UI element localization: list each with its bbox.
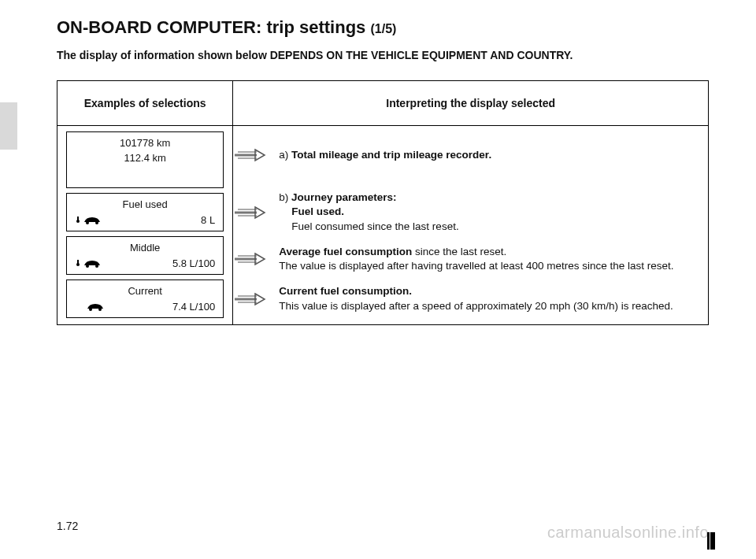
car-icon	[75, 300, 109, 313]
pump-car-icon	[75, 213, 106, 226]
title-main: ON-BOARD COMPUTER: trip settings	[57, 17, 370, 37]
display-avg-consumption: Middle 5.8 L/100	[66, 236, 224, 275]
pump-car-icon	[75, 257, 106, 269]
desc-rest: This value is displayed after a speed of…	[279, 300, 673, 312]
desc-prefix: b)	[279, 191, 291, 203]
desc-row-fuel-used: b) Journey parameters: Fuel used. Fuel c…	[233, 191, 708, 234]
desc-text: a) Total mileage and trip mileage record…	[279, 148, 708, 162]
svg-point-3	[95, 221, 98, 224]
desc-rest: The value is displayed after having trav…	[279, 260, 673, 272]
display-fuel-used: Fuel used 8 L	[66, 193, 224, 231]
fuel-used-value: 8 L	[106, 214, 215, 226]
display-mileage: 101778 km 112.4 km	[66, 131, 224, 188]
descriptions-cell: a) Total mileage and trip mileage record…	[233, 126, 709, 325]
desc-text: Current fuel consumption. This value is …	[279, 284, 708, 313]
desc-text: Average fuel consumption since the last …	[279, 245, 708, 273]
fuel-used-label: Fuel used	[75, 198, 215, 210]
arrow-icon	[233, 148, 266, 162]
svg-rect-11	[707, 532, 710, 550]
desc-bold2: Fuel used.	[279, 205, 344, 217]
desc-bold: Current fuel consumption.	[279, 285, 412, 297]
svg-point-7	[95, 265, 98, 268]
page-content: ON-BOARD COMPUTER: trip settings (1/5) T…	[0, 0, 756, 325]
svg-rect-1	[77, 217, 79, 221]
page-title: ON-BOARD COMPUTER: trip settings (1/5)	[57, 17, 709, 38]
svg-point-2	[86, 221, 89, 224]
watermark: carmanualsonline.info	[547, 524, 709, 542]
display-current-consumption: Current 7.4 L/100	[66, 280, 224, 318]
mileage-total: 101778 km	[75, 137, 215, 149]
desc-text: b) Journey parameters: Fuel used. Fuel c…	[279, 191, 708, 234]
desc-mid: since the last reset.	[412, 246, 506, 257]
side-tab	[0, 102, 17, 150]
svg-rect-5	[77, 260, 79, 265]
avg-label: Middle	[75, 242, 215, 254]
svg-point-8	[89, 308, 92, 311]
desc-row-avg: Average fuel consumption since the last …	[233, 245, 708, 273]
svg-point-6	[86, 265, 89, 268]
desc-bold: Journey parameters:	[291, 191, 397, 203]
svg-rect-10	[710, 532, 715, 550]
current-label: Current	[75, 285, 215, 297]
mileage-trip: 112.4 km	[75, 152, 215, 164]
arrow-icon	[233, 292, 266, 306]
table-body-row: 101778 km 112.4 km Fuel used	[57, 126, 709, 325]
desc-rest: Fuel consumed since the last reset.	[279, 220, 458, 232]
avg-value: 5.8 L/100	[106, 257, 215, 269]
header-interpret: Interpreting the display selected	[233, 81, 709, 126]
header-examples: Examples of selections	[57, 81, 233, 126]
title-sub: (1/5)	[370, 22, 396, 35]
current-value: 7.4 L/100	[109, 301, 215, 313]
page-number: 1.72	[57, 520, 78, 532]
desc-row-mileage: a) Total mileage and trip mileage record…	[233, 148, 708, 162]
desc-bold: Average fuel consumption	[279, 246, 412, 257]
table-header-row: Examples of selections Interpreting the …	[57, 81, 709, 126]
arrow-icon	[233, 252, 266, 266]
svg-point-9	[98, 308, 102, 311]
corner-mark-icon	[707, 532, 717, 550]
settings-table: Examples of selections Interpreting the …	[57, 80, 709, 325]
desc-prefix: a)	[279, 149, 291, 161]
dependency-notice: The display of information shown below D…	[57, 49, 709, 61]
desc-bold: Total mileage and trip mileage recorder.	[291, 149, 491, 161]
examples-cell: 101778 km 112.4 km Fuel used	[57, 126, 233, 325]
arrow-icon	[233, 205, 266, 220]
desc-row-current: Current fuel consumption. This value is …	[233, 284, 708, 313]
